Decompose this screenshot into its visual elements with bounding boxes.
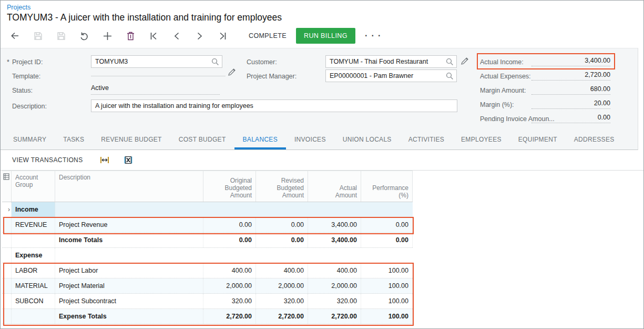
save-and-close-icon [30, 28, 46, 44]
column-header-performance[interactable]: Performance (%) [361, 171, 413, 202]
back-icon[interactable] [7, 28, 23, 44]
tab-activities[interactable]: ACTIVITIES [400, 131, 453, 149]
cell-performance[interactable]: 100.00 [361, 278, 413, 293]
cell-account-group[interactable]: LABOR [12, 263, 55, 278]
cell-revised-budgeted-amount[interactable]: 320.00 [256, 294, 308, 308]
tab-employees[interactable]: EMPLOYEES [453, 131, 510, 149]
cell-account-group[interactable]: SUBCON [12, 294, 55, 308]
cell-description[interactable]: Project Labor [55, 263, 203, 278]
go-previous-icon[interactable] [169, 28, 185, 44]
cell-description[interactable]: Income Totals [55, 233, 203, 247]
cell-description[interactable]: Expense Totals [55, 309, 203, 324]
go-first-icon[interactable] [146, 28, 161, 44]
cell-performance[interactable]: 100.00 [361, 263, 413, 278]
cell-actual-amount[interactable]: 2,720.00 [308, 309, 361, 324]
column-header-original-budgeted-amount[interactable]: Original Budgeted Amount [203, 171, 256, 202]
cell-revised-budgeted-amount[interactable]: 2,720.00 [256, 309, 308, 324]
go-next-icon[interactable] [192, 28, 208, 44]
tab-cost-budget[interactable]: COST BUDGET [170, 131, 234, 149]
project-manager-input[interactable]: EP00000001 - Pam Brawner [325, 69, 457, 82]
row-selector[interactable]: › [2, 202, 12, 217]
row-selector[interactable] [2, 263, 12, 278]
cell-actual-amount[interactable]: 2,000.00 [308, 278, 361, 293]
cell-performance[interactable]: 100.00 [361, 294, 413, 308]
fit-to-width-icon[interactable] [100, 156, 109, 164]
grid-row-material[interactable]: MATERIALProject Material2,000.002,000.00… [2, 278, 413, 294]
run-billing-button[interactable]: RUN BILLING [296, 28, 355, 44]
complete-button[interactable]: COMPLETE [242, 28, 293, 44]
grid-row-expense-totals[interactable]: Expense Totals2,720.002,720.002,720.0010… [2, 309, 413, 324]
template-input[interactable] [91, 65, 226, 76]
go-last-icon[interactable] [215, 28, 231, 44]
grid-row-income-totals[interactable]: Income Totals0.000.003,400.000.00 [2, 233, 413, 248]
actual-income-value: 3,400.00 [531, 57, 610, 66]
cell-performance[interactable]: 0.00 [361, 217, 413, 232]
grid-row-expense[interactable]: Expense [2, 248, 413, 263]
cell-revised-budgeted-amount[interactable]: 0.00 [256, 217, 308, 232]
row-selector[interactable] [2, 233, 12, 247]
tab-revenue-budget[interactable]: REVENUE BUDGET [93, 131, 170, 149]
pending-invoice-amount-value: 0.00 [531, 114, 610, 123]
grid-row-income[interactable]: ›Income [2, 202, 413, 217]
cell-description[interactable]: Project Subcontract [55, 294, 203, 308]
grid-row-revenue[interactable]: REVENUEProject Revenue0.000.003,400.000.… [2, 217, 413, 233]
export-to-excel-icon[interactable] [124, 156, 132, 164]
grid-row-subcon[interactable]: SUBCONProject Subcontract320.00320.00320… [2, 294, 413, 309]
undo-icon[interactable] [76, 28, 92, 44]
cell-revised-budgeted-amount[interactable]: 400.00 [256, 263, 308, 278]
column-header-description[interactable]: Description [55, 171, 203, 202]
tab-equipment[interactable]: EQUIPMENT [510, 131, 566, 149]
customer-edit-pencil-icon[interactable] [461, 57, 470, 66]
cell-account-group[interactable]: MATERIAL [12, 278, 55, 293]
group-label[interactable]: Income [12, 202, 55, 217]
cell-original-budgeted-amount[interactable]: 2,000.00 [203, 278, 256, 293]
tab-union-locals[interactable]: UNION LOCALS [334, 131, 400, 149]
breadcrumb[interactable]: Projects [7, 4, 30, 11]
column-header-account-group[interactable]: Account Group [12, 171, 55, 202]
view-transactions-button[interactable]: VIEW TRANSACTIONS [12, 156, 83, 164]
cell-original-budgeted-amount[interactable]: 2,720.00 [203, 309, 256, 324]
tab-addresses[interactable]: ADDRESSES [566, 131, 623, 149]
grid-row-labor[interactable]: LABORProject Labor400.00400.00400.00100.… [2, 263, 413, 278]
more-actions-icon[interactable]: · · · [361, 31, 386, 41]
cell-actual-amount[interactable]: 3,400.00 [308, 217, 361, 232]
cell-account-group[interactable] [12, 233, 55, 247]
lookup-icon[interactable] [446, 58, 454, 67]
cell-performance[interactable]: 0.00 [361, 233, 413, 247]
cell-original-budgeted-amount[interactable]: 0.00 [203, 233, 256, 247]
cell-actual-amount[interactable]: 400.00 [308, 263, 361, 278]
row-selector[interactable] [2, 309, 12, 324]
group-label[interactable]: Expense [12, 248, 55, 263]
cell-actual-amount[interactable]: 320.00 [308, 294, 361, 308]
delete-record-icon[interactable] [122, 28, 138, 44]
cell-account-group[interactable]: REVENUE [12, 217, 55, 232]
lookup-icon[interactable] [446, 72, 454, 82]
customer-input[interactable]: TOMYUM - Thai Food Restaurant [325, 55, 457, 68]
column-header-revised-budgeted-amount[interactable]: Revised Budgeted Amount [256, 171, 308, 202]
cell-original-budgeted-amount[interactable]: 0.00 [203, 217, 256, 232]
project-id-label: Project ID: [12, 58, 43, 66]
tab-summary[interactable]: SUMMARY [5, 131, 55, 149]
row-selector[interactable] [2, 248, 12, 263]
margin-percent-value: 20.00 [531, 99, 610, 109]
cell-original-budgeted-amount[interactable]: 400.00 [203, 263, 256, 278]
cell-original-budgeted-amount[interactable]: 320.00 [203, 294, 256, 308]
tab-invoices[interactable]: INVOICES [286, 131, 334, 149]
grid-settings-icon[interactable] [2, 171, 12, 202]
tab-tasks[interactable]: TASKS [55, 131, 93, 149]
cell-performance[interactable]: 100.00 [361, 309, 413, 324]
cell-revised-budgeted-amount[interactable]: 2,000.00 [256, 278, 308, 293]
row-selector[interactable] [2, 217, 12, 232]
cell-actual-amount[interactable]: 3,400.00 [308, 233, 361, 247]
cell-account-group[interactable] [12, 309, 55, 324]
tab-balances[interactable]: BALANCES [234, 131, 286, 149]
cell-revised-budgeted-amount[interactable]: 0.00 [256, 233, 308, 247]
description-input[interactable]: A juicer with the installation and train… [91, 99, 457, 112]
template-edit-pencil-icon[interactable] [228, 68, 237, 77]
cell-description[interactable]: Project Material [55, 278, 203, 293]
row-selector[interactable] [2, 294, 12, 308]
row-selector[interactable] [2, 278, 12, 293]
add-record-icon[interactable] [99, 28, 115, 44]
column-header-actual-amount[interactable]: Actual Amount [308, 171, 361, 202]
cell-description[interactable]: Project Revenue [55, 217, 203, 232]
